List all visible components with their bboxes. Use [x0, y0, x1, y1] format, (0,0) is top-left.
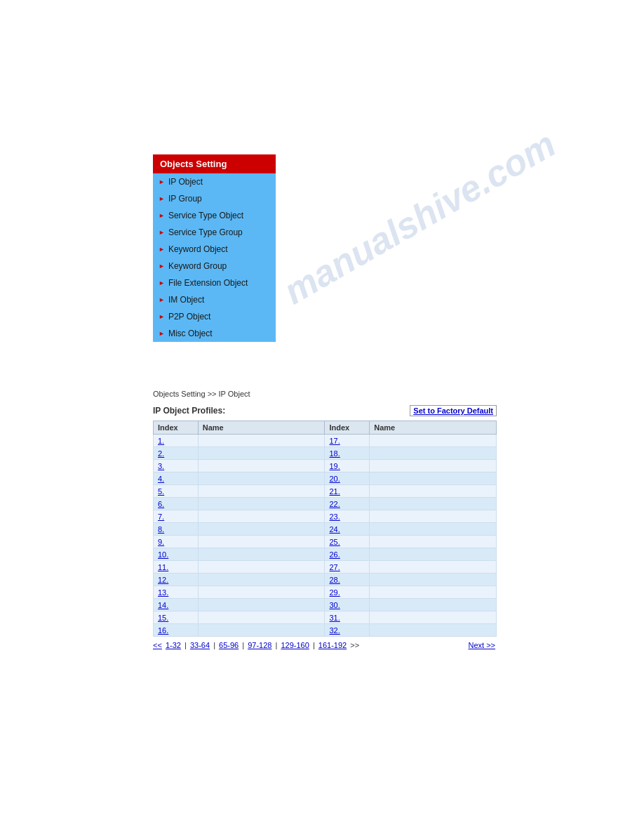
table-row: 6.22.: [154, 498, 497, 510]
col-header-name-right: Name: [370, 421, 497, 435]
cell-index-left[interactable]: 1.: [154, 435, 199, 447]
sidebar-body: ► IP Object ► IP Group ► Service Type Ob…: [153, 173, 276, 342]
sidebar-item-service-type-group[interactable]: ► Service Type Group: [153, 224, 276, 241]
cell-index-left[interactable]: 3.: [154, 460, 199, 472]
cell-name-right: [370, 611, 497, 624]
page-link-1-32[interactable]: 1-32: [166, 641, 181, 649]
sidebar-item-keyword-object[interactable]: ► Keyword Object: [153, 241, 276, 258]
cell-index-left[interactable]: 10.: [154, 548, 199, 561]
cell-index-right[interactable]: 32.: [325, 624, 370, 637]
cell-index-right[interactable]: 20.: [325, 472, 370, 485]
index-link-left[interactable]: 14.: [158, 601, 168, 609]
index-link-right[interactable]: 23.: [329, 512, 340, 521]
cell-name-left: [198, 548, 325, 561]
index-link-right[interactable]: 24.: [329, 525, 340, 534]
index-link-right[interactable]: 17.: [329, 437, 340, 445]
cell-index-right[interactable]: 22.: [325, 498, 370, 510]
col-header-index-left: Index: [154, 421, 199, 435]
index-link-left[interactable]: 10.: [158, 550, 168, 559]
sidebar-item-ip-object[interactable]: ► IP Object: [153, 173, 276, 190]
cell-index-left[interactable]: 9.: [154, 536, 199, 548]
cell-index-left[interactable]: 6.: [154, 498, 199, 510]
cell-index-right[interactable]: 31.: [325, 611, 370, 624]
page-link-33-64[interactable]: 33-64: [190, 641, 210, 649]
cell-name-right: [370, 510, 497, 523]
index-link-left[interactable]: 9.: [158, 538, 164, 546]
index-link-left[interactable]: 13.: [158, 588, 168, 597]
index-link-left[interactable]: 1.: [158, 437, 164, 445]
index-link-right[interactable]: 26.: [329, 550, 340, 559]
table-row: 14.30.: [154, 599, 497, 611]
cell-index-left[interactable]: 2.: [154, 447, 199, 460]
index-link-right[interactable]: 28.: [329, 576, 340, 584]
index-link-left[interactable]: 12.: [158, 576, 168, 584]
index-link-right[interactable]: 22.: [329, 500, 340, 508]
arrow-icon: ►: [159, 330, 165, 337]
prev-icon[interactable]: <<: [153, 641, 162, 649]
index-link-left[interactable]: 16.: [158, 626, 168, 635]
cell-index-right[interactable]: 26.: [325, 548, 370, 561]
sidebar-item-im-object[interactable]: ► IM Object: [153, 291, 276, 308]
pagination-links: << 1-32 | 33-64 | 65-96 | 97-128 | 129-1…: [153, 641, 359, 649]
sidebar-item-misc-object[interactable]: ► Misc Object: [153, 325, 276, 342]
cell-name-right: [370, 435, 497, 447]
index-link-right[interactable]: 25.: [329, 538, 340, 546]
index-link-right[interactable]: 32.: [329, 626, 340, 635]
cell-index-left[interactable]: 15.: [154, 611, 199, 624]
page-link-65-96[interactable]: 65-96: [219, 641, 239, 649]
cell-name-right: [370, 447, 497, 460]
sidebar-item-file-extension-object[interactable]: ► File Extension Object: [153, 274, 276, 291]
index-link-right[interactable]: 18.: [329, 449, 340, 458]
cell-index-right[interactable]: 30.: [325, 599, 370, 611]
cell-index-right[interactable]: 19.: [325, 460, 370, 472]
cell-name-left: [198, 472, 325, 485]
next-button[interactable]: Next >>: [468, 641, 495, 649]
sidebar-item-p2p-object[interactable]: ► P2P Object: [153, 308, 276, 325]
cell-index-right[interactable]: 21.: [325, 485, 370, 498]
page-link-161-192[interactable]: 161-192: [318, 641, 347, 649]
index-link-left[interactable]: 5.: [158, 487, 164, 496]
cell-index-right[interactable]: 18.: [325, 447, 370, 460]
cell-index-left[interactable]: 13.: [154, 586, 199, 599]
index-link-right[interactable]: 19.: [329, 462, 340, 470]
cell-index-left[interactable]: 14.: [154, 599, 199, 611]
cell-index-right[interactable]: 23.: [325, 510, 370, 523]
index-link-left[interactable]: 8.: [158, 525, 164, 534]
sidebar-item-service-type-object[interactable]: ► Service Type Object: [153, 207, 276, 224]
arrow-icon: ►: [159, 246, 165, 253]
cell-index-left[interactable]: 12.: [154, 574, 199, 586]
cell-name-left: [198, 586, 325, 599]
index-link-left[interactable]: 7.: [158, 512, 164, 521]
cell-index-left[interactable]: 11.: [154, 561, 199, 574]
index-link-right[interactable]: 29.: [329, 588, 340, 597]
index-link-right[interactable]: 31.: [329, 614, 340, 622]
index-link-left[interactable]: 4.: [158, 475, 164, 483]
index-link-right[interactable]: 27.: [329, 563, 340, 571]
cell-index-right[interactable]: 24.: [325, 523, 370, 536]
index-link-left[interactable]: 2.: [158, 449, 164, 458]
cell-index-right[interactable]: 27.: [325, 561, 370, 574]
page-link-97-128[interactable]: 97-128: [248, 641, 271, 649]
cell-index-left[interactable]: 16.: [154, 624, 199, 637]
cell-index-right[interactable]: 25.: [325, 536, 370, 548]
cell-index-left[interactable]: 4.: [154, 472, 199, 485]
page-link-129-160[interactable]: 129-160: [281, 641, 309, 649]
sidebar-item-ip-group[interactable]: ► IP Group: [153, 190, 276, 207]
cell-name-left: [198, 498, 325, 510]
index-link-right[interactable]: 20.: [329, 475, 340, 483]
separator5: |: [313, 641, 317, 649]
cell-index-left[interactable]: 8.: [154, 523, 199, 536]
cell-index-left[interactable]: 7.: [154, 510, 199, 523]
index-link-left[interactable]: 3.: [158, 462, 164, 470]
sidebar-item-keyword-group[interactable]: ► Keyword Group: [153, 258, 276, 274]
index-link-left[interactable]: 15.: [158, 614, 168, 622]
index-link-right[interactable]: 30.: [329, 601, 340, 609]
cell-index-right[interactable]: 29.: [325, 586, 370, 599]
cell-index-right[interactable]: 28.: [325, 574, 370, 586]
factory-default-button[interactable]: Set to Factory Default: [410, 405, 497, 416]
index-link-left[interactable]: 11.: [158, 563, 168, 571]
index-link-right[interactable]: 21.: [329, 487, 340, 496]
index-link-left[interactable]: 6.: [158, 500, 164, 508]
cell-index-left[interactable]: 5.: [154, 485, 199, 498]
cell-index-right[interactable]: 17.: [325, 435, 370, 447]
